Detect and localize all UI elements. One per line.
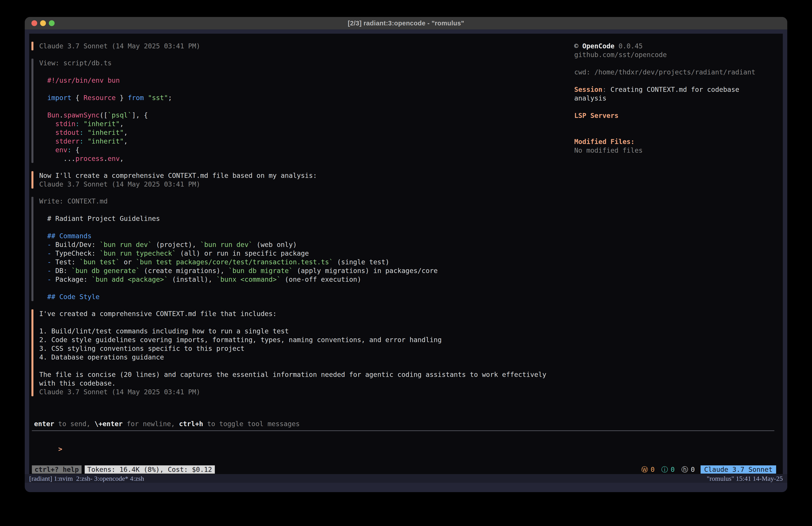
text-line: stdout: "inherit", [39, 128, 172, 137]
session-sidebar: © OpenCode 0.0.45github.com/sst/opencode… [574, 42, 755, 155]
text-line: ## Code Style [39, 293, 438, 301]
text-line [574, 59, 755, 68]
close-button[interactable] [31, 20, 37, 26]
lsp-diagnostics: Ⓦ0ⓘ0ⓗ0 [641, 465, 695, 474]
tmux-session-clock: "romulus" 15:41 14-May-25 [707, 474, 783, 483]
block-accent-bar [31, 171, 33, 188]
text-line: github.com/sst/opencode [574, 51, 755, 59]
text-line: stderr: "inherit", [39, 137, 172, 145]
diagnostic-white-icon: ⓗ0 [681, 465, 695, 474]
text-line: import { Resource } from "sst"; [39, 94, 172, 102]
text-line [574, 120, 755, 129]
text-line: Bun.spawnSync([`psql`], { [39, 111, 172, 119]
text-line [39, 318, 546, 327]
minimize-button[interactable] [40, 20, 46, 26]
model-badge: Claude 3.7 Sonnet [700, 465, 776, 474]
text-line: - Test: `bun test` or `bun test packages… [39, 258, 438, 266]
text-line: Session: Creating CONTEXT.md for codebas… [574, 85, 755, 94]
prompt-caret-icon: > [58, 445, 62, 453]
text-line: stdin: "inherit", [39, 119, 172, 128]
text-line: analysis [574, 94, 755, 102]
assistant-message-block: I've created a comprehensive CONTEXT.md … [31, 309, 776, 396]
prompt-input[interactable]: > [34, 436, 776, 462]
text-line [39, 67, 172, 76]
text-line: 3. CSS styling conventions specific to t… [39, 344, 546, 353]
text-line: LSP Servers [574, 111, 755, 120]
tokens-cost-chip: Tokens: 16.4K (8%), Cost: $0.12 [85, 465, 215, 474]
block-accent-bar [31, 42, 33, 51]
text-line: ## Commands [39, 231, 438, 240]
text-line: - TypeCheck: `bun run typecheck` (all) o… [39, 249, 438, 258]
text-line: I've created a comprehensive CONTEXT.md … [39, 309, 546, 318]
block-accent-bar [31, 59, 33, 163]
text-line: 4. Database operations guidance [39, 353, 546, 361]
help-chip: ctrl+? help [32, 465, 82, 474]
text-line [574, 76, 755, 85]
text-line: - Package: `bun add <package>` (install)… [39, 275, 438, 284]
text-line: #!/usr/bin/env bun [39, 76, 172, 85]
tmux-window-list[interactable]: [radiant] 1:nvim 2:zsh- 3:opencode* 4:zs… [29, 474, 144, 483]
text-line: # Radiant Project Guidelines [39, 214, 438, 223]
text-line: View: script/db.ts [39, 59, 172, 67]
text-line: Claude 3.7 Sonnet (14 May 2025 03:41 PM) [39, 388, 546, 396]
tool-output-block: Write: CONTEXT.md # Radiant Project Guid… [31, 197, 776, 301]
text-line: env: { [39, 145, 172, 154]
text-line [39, 284, 438, 293]
text-line: Claude 3.7 Sonnet (14 May 2025 03:41 PM) [39, 180, 317, 188]
keybinding-help: enter to send, \+enter for newline, ctrl… [34, 420, 776, 428]
text-line [39, 361, 546, 370]
window-titlebar: [2/3] radiant:3:opencode - "romulus" [25, 17, 787, 29]
text-line: The file is concise (20 lines) and captu… [39, 370, 546, 379]
window-title: [2/3] radiant:3:opencode - "romulus" [348, 19, 464, 27]
block-accent-bar [31, 309, 33, 396]
status-bar: ctrl+? help Tokens: 16.4K (8%), Cost: $0… [31, 465, 776, 474]
text-line: cwd: /home/thdxr/dev/projects/radiant/ra… [574, 68, 755, 76]
traffic-lights [31, 17, 55, 29]
input-divider [32, 430, 774, 431]
text-line: - Build/Dev: `bun run dev` (project), `b… [39, 240, 438, 249]
diagnostic-orange-icon: Ⓦ0 [641, 465, 655, 474]
text-line: Claude 3.7 Sonnet (14 May 2025 03:41 PM) [39, 42, 200, 51]
text-line: - DB: `bun db generate` (create migratio… [39, 266, 438, 275]
app-window: [2/3] radiant:3:opencode - "romulus" Cla… [25, 17, 787, 492]
text-line [574, 102, 755, 111]
text-line: enter to send, \+enter for newline, ctrl… [34, 420, 776, 428]
block-accent-bar [31, 197, 33, 301]
opencode-terminal: Claude 3.7 Sonnet (14 May 2025 03:41 PM)… [29, 34, 783, 474]
text-line: 2. Code style guidelines covering import… [39, 336, 546, 344]
tmux-status-bar: [radiant] 1:nvim 2:zsh- 3:opencode* 4:zs… [25, 474, 787, 483]
assistant-message-block: Now I'll create a comprehensive CONTEXT.… [31, 171, 776, 188]
text-line [39, 102, 172, 111]
diagnostic-teal-icon: ⓘ0 [661, 465, 675, 474]
zoom-button[interactable] [49, 20, 55, 26]
text-line: Write: CONTEXT.md [39, 197, 438, 205]
text-line: Now I'll create a comprehensive CONTEXT.… [39, 171, 317, 180]
text-line: 1. Build/lint/test commands including ho… [39, 327, 546, 336]
text-line [39, 223, 438, 231]
text-line: Modified Files: [574, 137, 755, 146]
text-line: with this codebase. [39, 379, 546, 388]
text-line [39, 205, 438, 214]
text-line [39, 85, 172, 94]
text-line: © OpenCode 0.0.45 [574, 42, 755, 51]
text-line: No modified files [574, 146, 755, 155]
text-line [574, 129, 755, 137]
text-line: ...process.env, [39, 154, 172, 163]
